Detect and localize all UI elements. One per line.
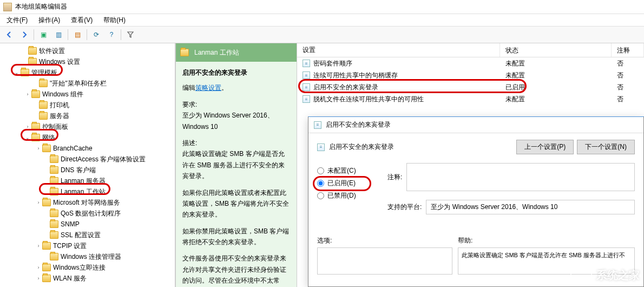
expander-icon[interactable]: › — [35, 264, 42, 271]
expander-icon — [21, 58, 28, 66]
up-button[interactable]: ▣ — [37, 29, 49, 41]
expander-icon[interactable]: › — [35, 242, 42, 250]
list-row[interactable]: ≡密码套件顺序未配置否 — [297, 57, 644, 69]
help-box: 此策略设置确定 SMB 客户端是否允许在 SMB 服务器上进行不 — [458, 247, 635, 275]
tree-item[interactable]: ›BranchCache — [0, 143, 175, 154]
tree-item[interactable]: ›TCPIP 设置 — [0, 240, 175, 251]
back-button[interactable] — [3, 29, 15, 41]
folder-icon — [39, 80, 48, 87]
folder-icon — [50, 177, 58, 185]
folder-icon — [39, 112, 48, 120]
col-status[interactable]: 状态 — [500, 43, 612, 57]
menu-help[interactable]: 帮助(H) — [99, 15, 130, 26]
folder-icon — [21, 69, 29, 76]
expander-icon — [42, 231, 50, 239]
tree-item-lanman-workstation[interactable]: Lanman 工作站 — [0, 186, 175, 197]
radio-label: 已启用(E) — [327, 179, 356, 188]
show-hide-button[interactable]: ▥ — [52, 29, 64, 41]
menu-view[interactable]: 查看(V) — [67, 15, 97, 26]
folder-icon — [42, 199, 51, 206]
tree-item[interactable]: QoS 数据包计划程序 — [0, 208, 175, 219]
platform-label: 支持的平台: — [387, 203, 422, 212]
expander-icon — [42, 188, 50, 195]
note-textbox[interactable] — [406, 163, 635, 191]
tree-item[interactable]: ›Windows立即连接 — [0, 262, 175, 273]
tree-item[interactable]: 软件设置 — [0, 45, 175, 56]
tree-label: SSL 配置设置 — [61, 231, 101, 240]
radio-enabled[interactable]: 已启用(E) — [317, 179, 382, 188]
setting-icon: ≡ — [303, 71, 310, 79]
export-button[interactable]: ▤ — [71, 29, 83, 41]
tree-item-network[interactable]: ⌄网络 — [0, 132, 175, 143]
edit-policy-link[interactable]: 策略设置 — [195, 84, 221, 92]
folder-icon — [28, 47, 37, 55]
tree-item[interactable]: 打印机 — [0, 100, 175, 110]
expander-icon — [31, 80, 39, 87]
tree-label: 服务器 — [50, 112, 69, 121]
tree-item[interactable]: ›WLAN 服务 — [0, 273, 175, 284]
tree-item[interactable]: SSL 配置设置 — [0, 230, 175, 240]
tree-label: 网络 — [42, 133, 55, 142]
tree-item[interactable]: ›Microsoft 对等网络服务 — [0, 197, 175, 208]
tree-label: Lanman 服务器 — [61, 177, 106, 186]
options-box — [317, 247, 452, 275]
row-setting: 连续可用性共享中的句柄缓存 — [313, 71, 398, 80]
tree-item[interactable]: DNS 客户端 — [0, 165, 175, 175]
next-setting-button[interactable]: 下一个设置(N) — [577, 140, 635, 154]
tree-item[interactable]: SNMP — [0, 219, 175, 230]
options-label: 选项: — [317, 236, 452, 245]
menu-file[interactable]: 文件(F) — [2, 15, 32, 26]
list-row-selected[interactable]: ≡启用不安全的来宾登录已启用否 — [297, 81, 644, 93]
expander-icon — [42, 166, 50, 174]
expander-icon — [42, 220, 50, 228]
col-setting[interactable]: 设置 — [297, 43, 500, 57]
tree-item[interactable]: DirectAccess 客户端体验设置 — [0, 154, 175, 165]
expander-icon[interactable]: › — [35, 275, 42, 282]
refresh-button[interactable]: ⟳ — [90, 29, 102, 41]
row-note: 否 — [612, 59, 644, 68]
radio-not-configured[interactable]: 未配置(C) — [317, 166, 382, 175]
list-row[interactable]: ≡脱机文件在连续可用性共享中的可用性未配置否 — [297, 93, 644, 105]
forward-button[interactable] — [18, 29, 30, 41]
tree-item[interactable]: ›控制面板 — [0, 121, 175, 132]
tree-item[interactable]: Windows 连接管理器 — [0, 251, 175, 262]
folder-icon — [50, 231, 58, 239]
window-title: 本地组策略编辑器 — [15, 2, 67, 11]
tree-item[interactable]: "开始"菜单和任务栏 — [0, 78, 175, 89]
radio-disabled[interactable]: 已禁用(D) — [317, 191, 382, 200]
radio-group: 未配置(C) 已启用(E) 已禁用(D) — [317, 163, 382, 204]
tree-panel[interactable]: 软件设置 Windows 设置 ⌄管理模板 "开始"菜单和任务栏 ›Window… — [0, 43, 176, 287]
tree-item-admin-templates[interactable]: ⌄管理模板 — [0, 67, 175, 78]
tree-item[interactable]: Windows 设置 — [0, 56, 175, 67]
title-bar: 本地组策略编辑器 — [0, 0, 644, 14]
expander-icon[interactable]: ⌄ — [13, 69, 21, 76]
filter-button[interactable] — [124, 29, 136, 41]
setting-icon: ≡ — [303, 95, 310, 103]
help-button[interactable]: ? — [106, 29, 117, 41]
dialog-subtitle: 启用不安全的来宾登录 — [329, 142, 394, 152]
expander-icon[interactable]: › — [35, 199, 42, 206]
tree-item[interactable]: 服务器 — [0, 110, 175, 121]
expander-icon[interactable]: ⌄ — [24, 134, 31, 141]
expander-icon — [31, 101, 39, 109]
list-row[interactable]: ≡连续可用性共享中的句柄缓存未配置否 — [297, 69, 644, 81]
expander-icon[interactable]: › — [24, 90, 31, 98]
prev-setting-button[interactable]: 上一个设置(P) — [516, 140, 574, 154]
tree-item[interactable]: ›Windows 组件 — [0, 89, 175, 100]
list-header: 设置 状态 注释 — [297, 43, 644, 57]
expander-icon — [42, 253, 50, 260]
menu-action[interactable]: 操作(A) — [34, 15, 64, 26]
tree-item[interactable]: Lanman 服务器 — [0, 175, 175, 186]
tree-label: BranchCache — [53, 145, 93, 152]
folder-icon — [31, 134, 40, 141]
expander-icon[interactable]: › — [35, 145, 42, 152]
setting-icon: ≡ — [314, 121, 321, 129]
row-setting: 启用不安全的来宾登录 — [313, 83, 378, 92]
folder-icon — [42, 264, 51, 271]
dialog-titlebar[interactable]: ≡ 启用不安全的来宾登录 — [308, 117, 643, 133]
col-note[interactable]: 注释 — [612, 43, 644, 57]
row-setting: 密码套件顺序 — [313, 59, 352, 68]
folder-icon — [42, 242, 51, 250]
desc-paragraph: 此策略设置确定 SMB 客户端是否允许在 SMB 服务器上进行不安全的来宾登录。 — [182, 148, 290, 181]
expander-icon[interactable]: › — [24, 123, 31, 131]
